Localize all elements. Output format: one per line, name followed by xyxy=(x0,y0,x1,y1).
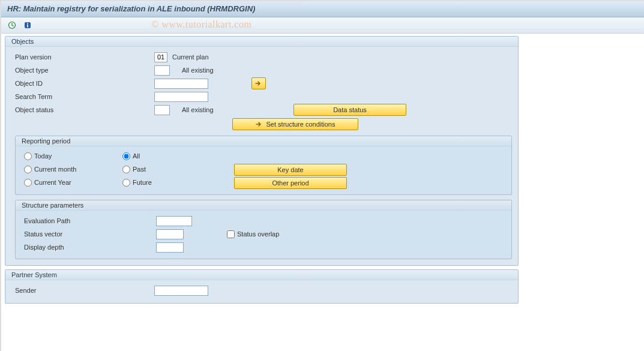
evaluation-path-label: Evaluation Path xyxy=(24,217,156,224)
execute-button[interactable] xyxy=(6,19,18,31)
group-partner-system: Partner System Sender xyxy=(5,269,519,304)
page-title: HR: Maintain registry for serialization … xyxy=(7,4,255,13)
radio-all[interactable]: All xyxy=(122,152,140,160)
set-structure-conditions-button[interactable]: Set structure conditions xyxy=(232,118,358,130)
group-partner-title: Partner System xyxy=(5,270,518,280)
clock-execute-icon xyxy=(8,21,16,29)
radio-past[interactable]: Past xyxy=(122,166,146,173)
radio-today-label: Today xyxy=(34,152,52,160)
key-date-label: Key date xyxy=(277,166,303,173)
radio-current-year-input[interactable] xyxy=(24,179,32,187)
status-overlap-label: Status overlap xyxy=(237,230,279,238)
radio-all-label: All xyxy=(133,152,140,160)
group-objects: Objects Plan version Current plan Object… xyxy=(5,36,519,266)
app-toolbar xyxy=(1,17,644,34)
svg-rect-2 xyxy=(27,23,28,24)
radio-future-input[interactable] xyxy=(122,179,130,187)
status-vector-input[interactable] xyxy=(156,229,184,239)
svg-rect-3 xyxy=(27,25,28,28)
radio-today[interactable]: Today xyxy=(24,152,52,160)
radio-past-input[interactable] xyxy=(122,166,130,173)
radio-past-label: Past xyxy=(133,166,146,173)
group-structure-parameters: Structure parameters Evaluation Path Sta… xyxy=(15,200,512,259)
display-depth-label: Display depth xyxy=(24,244,156,251)
info-button[interactable] xyxy=(22,19,34,31)
plan-version-label: Plan version xyxy=(15,53,154,61)
data-status-button[interactable]: Data status xyxy=(293,104,406,116)
search-term-input[interactable] xyxy=(154,92,208,102)
arrow-right-icon xyxy=(256,121,263,127)
group-reporting-title: Reporting period xyxy=(16,136,511,146)
group-objects-title: Objects xyxy=(5,37,518,47)
sender-input[interactable] xyxy=(154,286,208,296)
arrow-right-icon xyxy=(255,80,262,86)
title-bar: HR: Maintain registry for serialization … xyxy=(1,1,644,17)
data-status-button-label: Data status xyxy=(333,106,367,113)
object-id-multi-select-button[interactable] xyxy=(251,77,266,89)
radio-today-input[interactable] xyxy=(24,152,32,160)
object-type-label: Object type xyxy=(15,67,154,74)
display-depth-input[interactable] xyxy=(156,242,184,253)
radio-current-month-label: Current month xyxy=(34,166,76,173)
other-period-label: Other period xyxy=(272,179,308,187)
sender-label: Sender xyxy=(15,287,154,294)
evaluation-path-input[interactable] xyxy=(156,216,192,226)
info-icon xyxy=(23,21,32,29)
object-status-label: Object status xyxy=(15,106,154,113)
object-status-text: All existing xyxy=(182,106,214,113)
other-period-button[interactable]: Other period xyxy=(234,177,347,189)
plan-version-text: Current plan xyxy=(172,53,209,61)
group-structure-title: Structure parameters xyxy=(16,200,511,211)
radio-future-label: Future xyxy=(133,179,152,186)
status-vector-label: Status vector xyxy=(24,230,156,238)
group-reporting-period: Reporting period Today All xyxy=(15,136,512,195)
radio-current-year[interactable]: Current Year xyxy=(24,179,71,187)
object-status-input[interactable] xyxy=(154,105,170,115)
object-id-label: Object ID xyxy=(15,80,154,87)
plan-version-input[interactable] xyxy=(154,52,167,62)
radio-future[interactable]: Future xyxy=(122,179,152,187)
object-id-input[interactable] xyxy=(154,79,208,89)
radio-current-month-input[interactable] xyxy=(24,166,32,173)
object-type-input[interactable] xyxy=(154,65,170,76)
radio-all-input[interactable] xyxy=(122,152,130,160)
search-term-label: Search Term xyxy=(15,93,154,100)
radio-current-month[interactable]: Current month xyxy=(24,166,76,173)
status-overlap-checkbox[interactable]: Status overlap xyxy=(227,230,279,238)
radio-current-year-label: Current Year xyxy=(34,179,71,186)
status-overlap-input[interactable] xyxy=(227,230,235,238)
object-type-text: All existing xyxy=(182,67,214,74)
set-structure-conditions-label: Set structure conditions xyxy=(266,121,336,128)
key-date-button[interactable]: Key date xyxy=(234,164,347,176)
